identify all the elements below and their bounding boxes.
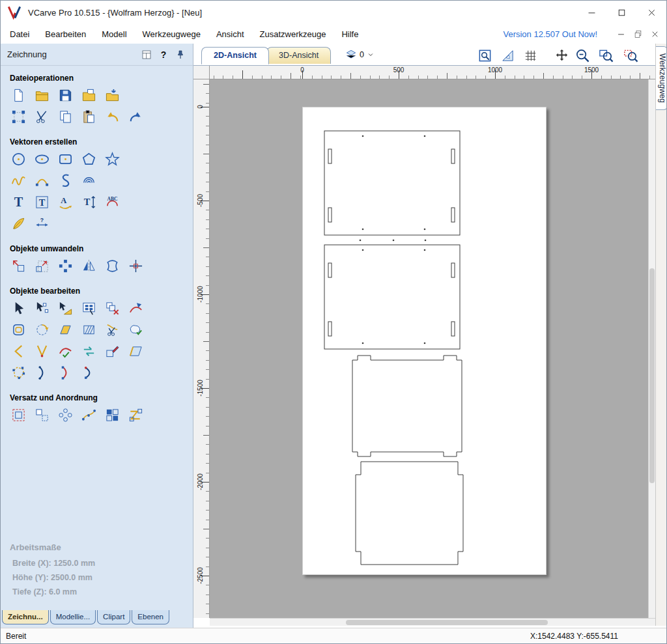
toolpath-panel-tab[interactable]: Werkzeugweg [656,46,667,110]
node-edit-icon[interactable] [33,300,51,317]
texture-tool-icon[interactable] [80,172,98,189]
offset-vectors-icon[interactable] [10,321,27,339]
maximize-icon[interactable] [606,1,636,24]
distort-tool-icon[interactable] [104,257,121,275]
grid-select-icon[interactable] [80,300,98,317]
menu-item-werkzeugwege[interactable]: Werkzeugwege [143,29,201,39]
position-tool-icon[interactable] [127,257,145,275]
menu-item-zusatzwerkzeuge[interactable]: Zusatzwerkzeuge [260,29,326,39]
pan-tool-icon[interactable] [553,47,570,64]
hatch-vectors-icon[interactable] [80,321,98,339]
version-update-link[interactable]: Version 12.507 Out Now! [503,29,597,39]
tab-3d-view[interactable]: 3D-Ansicht [266,47,331,64]
job-setup-icon[interactable] [10,108,27,126]
arc-fit-icon[interactable] [10,343,27,360]
align-tool-icon[interactable] [57,257,74,275]
textbox-tool-icon[interactable]: T [33,193,51,211]
menu-item-modell[interactable]: Modell [102,29,126,39]
cut-icon[interactable] [33,108,51,126]
slant-vectors-icon[interactable] [57,321,74,339]
copy-along-icon[interactable] [33,406,51,424]
section-title-2: Objekte umwandeln [10,244,193,253]
layer-dropdown[interactable]: 0 [345,48,375,61]
horizontal-scrollbar[interactable] [210,618,655,626]
text-spacing-tool-icon[interactable]: T [80,193,98,211]
menu-item-hilfe[interactable]: Hilfe [341,29,358,39]
panel-tab-2[interactable]: Clipart [97,610,130,624]
arc-node-2-icon[interactable] [57,364,74,382]
horizontal-scrollbar-thumb[interactable] [346,620,548,625]
paste-icon[interactable] [80,108,98,126]
doc-close-icon[interactable] [648,27,661,40]
ellipse-tool-icon[interactable] [33,150,51,168]
polygon-tool-icon[interactable] [80,150,98,168]
panel-tab-0[interactable]: Zeichnu... [2,610,49,624]
folder-open-icon[interactable] [33,87,51,104]
circular-copy-icon[interactable] [57,406,74,424]
star-tool-icon[interactable] [104,150,121,168]
snap-ruler-icon[interactable] [499,47,516,64]
rect-tool-icon[interactable] [57,150,74,168]
chamfer-edit-icon[interactable] [127,343,145,360]
move-tool-icon[interactable] [10,257,27,275]
dimension-tool-icon[interactable]: ? [33,215,51,232]
vertical-scrollbar[interactable] [648,79,655,618]
reverse-direction-icon[interactable] [80,343,98,360]
vertical-scrollbar-thumb[interactable] [649,268,655,483]
delete-duplicates-icon[interactable] [104,300,121,317]
redo-icon[interactable] [127,108,145,126]
minimize-icon[interactable] [576,1,606,24]
freehand-tool-icon[interactable] [10,172,27,189]
select-cursor-icon[interactable] [10,300,27,317]
tab-2d-view[interactable]: 2D-Ansicht [201,47,269,64]
zoom-extents-icon[interactable] [476,47,493,64]
panel-layout-icon[interactable] [141,49,152,61]
save-icon[interactable] [57,87,74,104]
measure-cursor-icon[interactable] [57,300,74,317]
copy-icon[interactable] [57,108,74,126]
menu-item-bearbeiten[interactable]: Bearbeiten [45,29,86,39]
circle-tool-icon[interactable] [10,150,27,168]
path-copy-icon[interactable] [80,406,98,424]
doc-minimize-icon[interactable] [614,27,627,40]
arc-node-1-icon[interactable] [33,364,51,382]
rotate-array-icon[interactable] [33,321,51,339]
pin-icon[interactable] [175,49,186,61]
zoom-selection-icon[interactable] [622,47,639,64]
zoom-out-icon[interactable] [574,47,591,64]
panel-tab-1[interactable]: Modellie... [50,610,96,624]
doc-restore-icon[interactable] [631,27,644,40]
bezier-tool-icon[interactable] [57,172,74,189]
close-icon[interactable] [636,1,666,24]
zoom-window-icon[interactable] [597,47,614,64]
menu-item-datei[interactable]: Datei [10,29,29,39]
arc-tool-icon[interactable] [33,172,51,189]
lasso-polygon-icon[interactable] [10,364,27,382]
mirror-tool-icon[interactable] [80,257,98,275]
weld-vectors-icon[interactable] [127,321,145,339]
grid-toggle-icon[interactable] [522,47,539,64]
grid-copy-icon[interactable] [104,406,121,424]
vruler-label-4: -2000 [197,469,205,495]
text-tool-icon[interactable]: T [10,193,27,211]
file-new-icon[interactable] [10,87,27,104]
nesting-icon[interactable] [127,406,145,424]
trim-vectors-icon[interactable] [104,321,121,339]
text-arc-tool-icon[interactable]: ABC [104,193,121,211]
sketch-tool-icon[interactable] [10,215,27,232]
scale-tool-icon[interactable] [33,257,51,275]
undo-icon[interactable] [104,108,121,126]
import-file-icon[interactable] [104,87,121,104]
corner-sharp-icon[interactable] [33,343,51,360]
panel-tab-3[interactable]: Ebenen [132,610,169,624]
menu-item-ansicht[interactable]: Ansicht [216,29,244,39]
open-file-icon[interactable] [80,87,98,104]
drawing-canvas[interactable] [210,79,655,618]
help-icon[interactable]: ? [158,49,169,61]
offset-selection-icon[interactable] [10,406,27,424]
fit-curves-icon[interactable] [127,300,145,317]
arc-node-3-icon[interactable] [80,364,98,382]
fillet-edit-icon[interactable] [104,343,121,360]
curve-fit-check-icon[interactable] [57,343,74,360]
text-path-tool-icon[interactable]: A [57,193,74,211]
